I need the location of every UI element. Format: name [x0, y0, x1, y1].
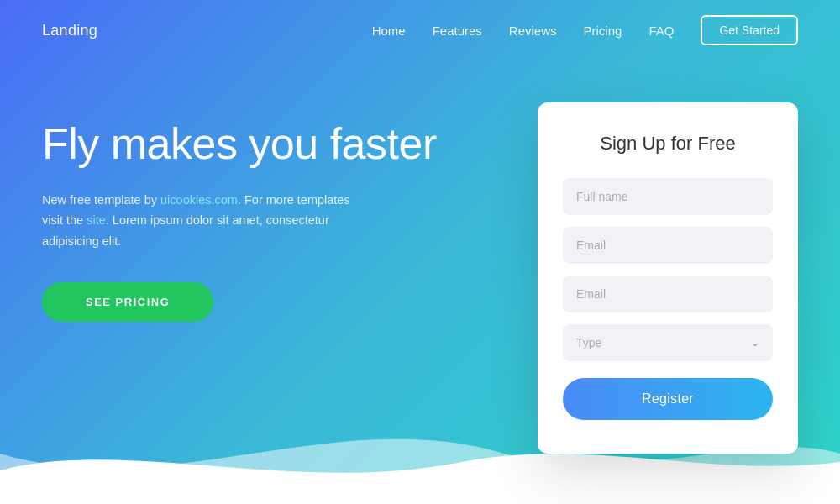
see-pricing-button[interactable]: SEE PRICING	[42, 282, 213, 322]
type-select-wrapper: Type Option 1 Option 2 Option 3 ⌄	[563, 324, 773, 361]
get-started-button[interactable]: Get Started	[701, 15, 798, 45]
nav-pricing[interactable]: Pricing	[584, 24, 622, 38]
type-select[interactable]: Type Option 1 Option 2 Option 3	[563, 324, 773, 361]
hero-description: New free template by uicookies.com. For …	[42, 190, 361, 252]
navbar: Landing Home Features Reviews Pricing FA…	[0, 0, 840, 60]
page-wrapper: Landing Home Features Reviews Pricing FA…	[0, 0, 840, 504]
site-link[interactable]: site	[87, 213, 106, 227]
brand-logo: Landing	[42, 22, 97, 39]
hero-section: Fly makes you faster New free template b…	[42, 102, 504, 322]
nav-home[interactable]: Home	[372, 24, 406, 38]
description-text: New free template by	[42, 193, 160, 207]
confirm-email-input[interactable]	[563, 276, 773, 312]
register-button[interactable]: Register	[563, 378, 773, 420]
email-input[interactable]	[563, 227, 773, 264]
fullname-input[interactable]	[563, 178, 773, 215]
form-title: Sign Up for Free	[563, 133, 773, 155]
nav-reviews[interactable]: Reviews	[509, 24, 557, 38]
nav-faq[interactable]: FAQ	[648, 24, 674, 38]
nav-links: Home Features Reviews Pricing FAQ Get St…	[372, 15, 798, 45]
hero-title: Fly makes you faster	[42, 119, 504, 170]
signup-form-card: Sign Up for Free Type Option 1 Option 2 …	[538, 102, 798, 454]
main-content: Fly makes you faster New free template b…	[0, 60, 840, 454]
uicookies-link[interactable]: uicookies.com	[160, 193, 238, 207]
nav-features[interactable]: Features	[433, 24, 482, 38]
